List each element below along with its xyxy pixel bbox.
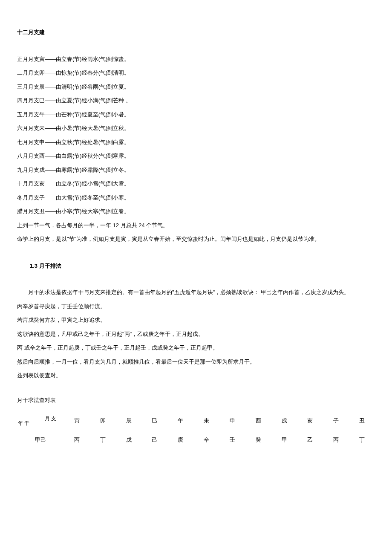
table-header-cell: 巳 bbox=[141, 411, 167, 431]
body-text: 丙辛岁首寻庚起，丁壬壬位顺行流。 bbox=[17, 300, 375, 314]
table-header-cell: 亥 bbox=[297, 411, 323, 431]
table-header-cell: 丑 bbox=[349, 411, 375, 431]
table-cell: 丁 bbox=[90, 431, 116, 450]
table-cell: 丙 bbox=[64, 431, 90, 450]
body-text: 三月月支辰——由清明(节)经谷雨(气)到立夏。 bbox=[17, 80, 375, 94]
body-text: 二月月支卯——由惊蛰(节)经春分(气)到清明。 bbox=[17, 66, 375, 80]
section-heading-twelve-months: 十二月支建 bbox=[17, 26, 375, 40]
body-text: 若言戊癸何方发，甲寅之上好追求。 bbox=[17, 313, 375, 327]
body-text: 十月月支亥——由立冬(节)经小雪(气)到大雪。 bbox=[17, 177, 375, 191]
table-cell: 癸 bbox=[245, 431, 271, 450]
table-corner-cell: 月 支 年 干 bbox=[17, 411, 64, 431]
table-header-cell: 子 bbox=[323, 411, 349, 431]
body-text: 这歌诀的意思是，凡甲或己之年干，正月起"丙"，乙或庚之年干，正月起戊。 bbox=[17, 327, 375, 341]
body-text: 丙 或辛之年干，正月起庚，丁或壬之年干，正月起壬，戊或癸之年干，正月起甲。 bbox=[17, 341, 375, 355]
table-cell: 甲 bbox=[271, 431, 297, 450]
body-text: 上列一节一气，各占每月的一半，一年 12 月总共 24 个节气。 bbox=[17, 219, 375, 233]
table-cell: 壬 bbox=[219, 431, 245, 450]
table-cell: 辛 bbox=[193, 431, 219, 450]
body-text: 九月月支戌——由寒露(节)经霜降(气)到立冬。 bbox=[17, 163, 375, 177]
body-text: 六月月支未——由小暑(节)经大暑(气)到立秋。 bbox=[17, 121, 375, 136]
body-text: 腊月月支丑——由小寒(节)经大寒(气)到立春。 bbox=[17, 205, 375, 219]
body-text: 五月月支午——由芒种(节)经夏至(气)到小暑。 bbox=[17, 108, 375, 122]
body-text: 命学上的月支，是以"节"为准，例如月支是寅，寅是从立春开始，至交惊蛰时为止。闰年… bbox=[17, 232, 375, 246]
table-row: 甲己 丙 丁 戊 己 庚 辛 壬 癸 甲 乙 丙 丁 bbox=[17, 431, 375, 450]
corner-top-label: 月 支 bbox=[45, 412, 56, 425]
body-text: 七月月支申——由立秋(节)经处暑(气)到白露。 bbox=[17, 136, 375, 150]
body-text: 兹列表以便查对。 bbox=[17, 369, 375, 383]
table-row-label: 甲己 bbox=[17, 431, 64, 450]
section-heading-month-stem: 1.3 月干排法 bbox=[30, 259, 375, 273]
table-cell: 乙 bbox=[297, 431, 323, 450]
corner-bottom-label: 年 干 bbox=[18, 417, 29, 430]
table-header-cell: 卯 bbox=[90, 411, 116, 431]
table-cell: 己 bbox=[141, 431, 167, 450]
body-text: 四月月支巳——由立夏(节)经小满(气)到芒种 。 bbox=[17, 94, 375, 108]
table-cell: 庚 bbox=[167, 431, 193, 450]
table-cell: 丁 bbox=[349, 431, 375, 450]
table-header-cell: 戌 bbox=[271, 411, 297, 431]
table-cell: 戊 bbox=[116, 431, 142, 450]
table-header-cell: 辰 bbox=[116, 411, 142, 431]
table-header-cell: 未 bbox=[193, 411, 219, 431]
table-header-cell: 午 bbox=[167, 411, 193, 431]
body-text: 然后向后顺推，一月一位，看月支为几月，就顺推几位，看最后一位天干是那一位即为所求… bbox=[17, 355, 375, 369]
lookup-table: 月 支 年 干 寅 卯 辰 巳 午 未 申 酉 戌 亥 子 丑 甲己 丙 丁 戊… bbox=[17, 411, 375, 449]
table-cell: 丙 bbox=[323, 431, 349, 450]
body-text: 八月月支酉——由白露(节)经秋分(气)到寒露。 bbox=[17, 149, 375, 163]
body-text: 冬月月支子——由大雪(节)经冬至(气)到小寒。 bbox=[17, 191, 375, 205]
table-header-row: 月 支 年 干 寅 卯 辰 巳 午 未 申 酉 戌 亥 子 丑 bbox=[17, 411, 375, 431]
table-header-cell: 申 bbox=[219, 411, 245, 431]
body-text: 正月月支寅——由立春(节)经雨水(气)到惊蛰。 bbox=[17, 52, 375, 66]
table-title: 月干求法查对表 bbox=[17, 393, 375, 408]
table-header-cell: 酉 bbox=[245, 411, 271, 431]
body-text: 月干的求法是依据年干与月支来推定的。有一首由年起月的"五虎遁年起月诀"，必须熟读… bbox=[17, 286, 375, 300]
table-header-cell: 寅 bbox=[64, 411, 90, 431]
